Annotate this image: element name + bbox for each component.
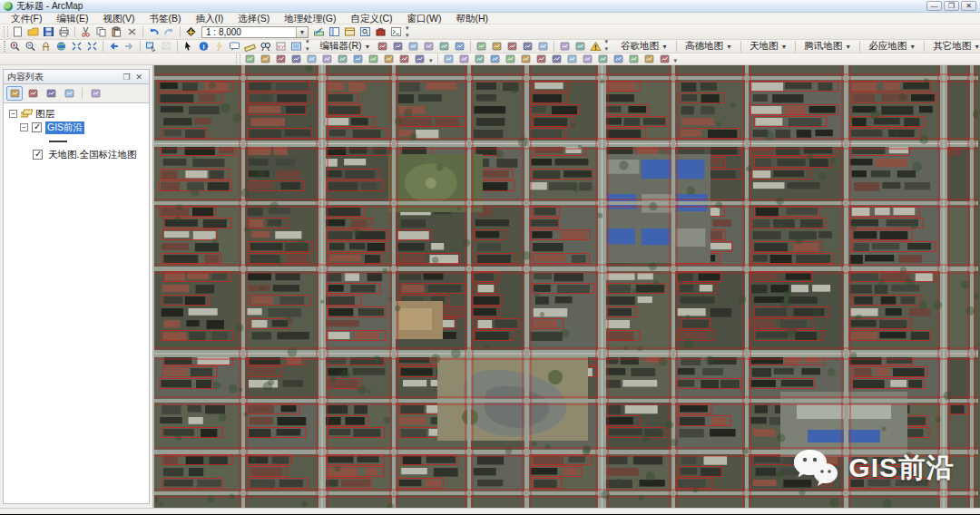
layer-name[interactable]: GIS前沿 (45, 121, 84, 134)
align-edge-icon[interactable] (289, 53, 304, 65)
mapsource-button-2[interactable]: 天地图▼ (744, 41, 792, 53)
collapse-icon[interactable]: − (20, 123, 28, 131)
catalog-window-icon[interactable] (342, 25, 358, 38)
toc-layer-0-symbol[interactable] (4, 134, 149, 148)
list-by-drawing-order-icon[interactable] (6, 86, 23, 101)
plugin-15-icon[interactable] (657, 53, 672, 65)
plugin-8-icon[interactable] (549, 53, 564, 65)
plugin-4-icon[interactable] (487, 53, 503, 65)
edit-vertices-icon[interactable] (474, 40, 489, 53)
menu-item-4[interactable]: 插入(I) (188, 13, 230, 24)
split-icon[interactable] (520, 40, 535, 53)
modify-edge-icon[interactable] (273, 53, 289, 65)
table-of-contents-window-icon[interactable] (327, 25, 342, 38)
select-elements-icon[interactable] (181, 40, 196, 53)
options-icon[interactable] (87, 86, 103, 101)
full-extent-icon[interactable] (54, 40, 69, 53)
toc-layer-0[interactable]: − GIS前沿 (4, 121, 149, 134)
list-by-visibility-icon[interactable] (43, 86, 59, 101)
search-window-icon[interactable] (358, 25, 373, 38)
trace-icon[interactable] (436, 40, 452, 53)
advanced-2-icon[interactable] (350, 53, 366, 65)
layer-visibility-checkbox[interactable] (32, 122, 42, 132)
identify-icon[interactable]: i (196, 40, 211, 53)
advanced-3-icon[interactable] (366, 53, 381, 65)
topology-edit-icon[interactable] (258, 53, 273, 65)
layer-name[interactable]: 天地图.全国标注地图 (46, 149, 138, 161)
plugin-11-icon[interactable] (595, 53, 611, 65)
mapsource-button-0[interactable]: 谷歌地图▼ (615, 41, 673, 53)
plugin-2-icon[interactable] (456, 53, 472, 65)
generalize-icon[interactable] (304, 53, 319, 65)
map-scale-combobox[interactable]: 1 : 8,000 ▼ (201, 26, 309, 38)
zoom-in-icon[interactable] (7, 40, 23, 53)
menu-item-0[interactable]: 文件(F) (4, 13, 49, 24)
toolbar-grip[interactable] (4, 26, 8, 38)
mapsource-button-1[interactable]: 高德地图▼ (680, 41, 738, 53)
find-icon[interactable] (258, 40, 273, 53)
plugin-3-icon[interactable] (472, 53, 487, 65)
new-document-icon[interactable] (10, 25, 25, 38)
cut-icon[interactable] (78, 25, 93, 38)
reshape-icon[interactable] (489, 40, 505, 53)
menu-item-9[interactable]: 帮助(H) (449, 13, 496, 24)
edit-tool-icon[interactable] (375, 40, 390, 53)
collapse-icon[interactable]: − (9, 110, 17, 118)
point-tool-icon[interactable] (452, 40, 467, 53)
arctoolbox-icon[interactable] (373, 25, 388, 38)
python-window-icon[interactable] (388, 25, 404, 38)
hyperlink-icon[interactable] (211, 40, 227, 53)
plugin-13-icon[interactable] (626, 53, 642, 65)
advanced-1-icon[interactable] (335, 53, 350, 65)
toolbar-grip[interactable] (4, 41, 5, 51)
go-to-xy-icon[interactable]: XY (273, 40, 289, 53)
toolbar-overflow-icon[interactable]: ▾▾ (304, 38, 311, 53)
line-symbol[interactable] (49, 141, 67, 142)
viewer-window-icon[interactable] (289, 40, 304, 53)
toolbar-overflow-icon[interactable]: ▾ (672, 57, 680, 64)
advanced-5-icon[interactable] (397, 53, 412, 65)
mapsource-button-3[interactable]: 腾讯地图▼ (799, 41, 857, 53)
clear-selection-icon[interactable] (159, 40, 174, 53)
error-warning-icon[interactable] (588, 40, 603, 53)
attributes-icon[interactable] (557, 40, 573, 53)
toc-float-icon[interactable]: ❐ (120, 73, 132, 82)
pan-icon[interactable] (38, 40, 54, 53)
menu-item-1[interactable]: 编辑(E) (49, 13, 95, 24)
redo-icon[interactable] (162, 25, 177, 38)
menu-item-3[interactable]: 书签(B) (142, 13, 188, 24)
map-view[interactable]: GIS前沿 (154, 65, 980, 508)
restore-button[interactable]: ❐ (944, 1, 959, 11)
delete-icon[interactable] (124, 25, 140, 38)
menu-item-6[interactable]: 地理处理(G) (277, 13, 343, 24)
smooth-icon[interactable] (319, 53, 335, 65)
sketch-properties-icon[interactable] (573, 40, 588, 53)
paste-icon[interactable] (109, 25, 124, 38)
select-features-icon[interactable] (143, 40, 159, 53)
go-forward-icon[interactable] (122, 40, 137, 53)
html-popup-icon[interactable] (227, 40, 242, 53)
advanced-6-icon[interactable] (412, 53, 427, 65)
mapsource-button-5[interactable]: 其它地图▼ (927, 41, 980, 53)
fixed-zoom-in-icon[interactable] (69, 40, 84, 53)
editor-menu-button[interactable]: 编辑器(R) ▼ (317, 40, 375, 53)
toc-root-layers[interactable]: − ​ 图层 (4, 107, 149, 121)
rotate-icon[interactable] (535, 40, 551, 53)
toc-title-bar[interactable]: 内容列表 ❐ ✕ (3, 69, 150, 84)
print-icon[interactable] (56, 25, 72, 38)
measure-icon[interactable] (242, 40, 258, 53)
toolbar-grip[interactable] (236, 54, 240, 63)
toolbar-overflow-icon[interactable]: ▾▾ (404, 24, 411, 39)
cut-polygons-icon[interactable] (505, 40, 520, 53)
layer-visibility-checkbox[interactable] (33, 150, 43, 160)
menu-item-8[interactable]: 窗口(W) (400, 13, 449, 24)
plugin-7-icon[interactable] (534, 53, 549, 65)
go-back-icon[interactable] (106, 40, 122, 53)
straight-segment-icon[interactable] (406, 40, 421, 53)
copy-icon[interactable] (93, 25, 109, 38)
add-data-icon[interactable] (183, 25, 199, 38)
list-by-selection-icon[interactable] (61, 86, 77, 101)
chevron-down-icon[interactable]: ▼ (296, 27, 308, 37)
plugin-14-icon[interactable] (642, 53, 657, 65)
plugin-9-icon[interactable] (564, 53, 580, 65)
